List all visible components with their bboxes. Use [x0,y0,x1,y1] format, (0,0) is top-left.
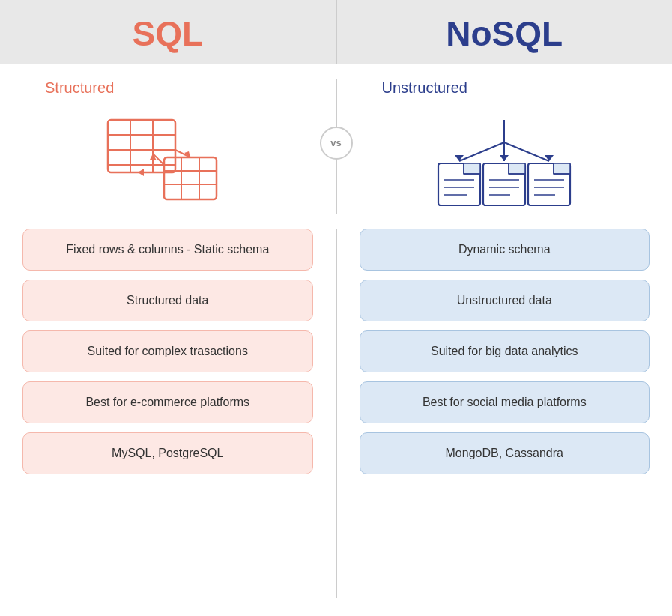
visual-left: Structured [0,79,336,214]
svg-rect-6 [164,157,217,199]
nosql-card-4: MongoDB, Cassandra [360,432,650,474]
svg-marker-22 [500,155,509,161]
sql-card-2: Suited for complex trasactions [22,330,313,372]
sql-card-3: Best for e-commerce platforms [22,381,313,423]
sql-card-4: MySQL, PostgreSQL [22,432,313,474]
sql-cards-column: Fixed rows & columns - Static schemaStru… [0,229,336,598]
sql-tables-icon [93,112,243,210]
svg-marker-32 [509,163,525,174]
nosql-card-1: Unstructured data [360,280,650,321]
vs-label: vs [320,127,353,160]
visual-right: Unstructured [337,79,673,214]
sql-icon-area [15,109,321,214]
sql-card-1: Structured data [22,280,313,321]
nosql-title: NoSQL [337,0,673,64]
nosql-card-2: Suited for big data analytics [360,330,650,372]
content-section: Fixed rows & columns - Static schemaStru… [0,221,672,616]
sql-card-0: Fixed rows & columns - Static schema [22,229,313,271]
nosql-card-0: Dynamic schema [360,229,650,271]
svg-marker-14 [138,169,144,176]
sql-type-label: Structured [15,79,114,97]
nosql-cards-column: Dynamic schemaUnstructured dataSuited fo… [337,229,673,598]
svg-line-20 [504,142,549,161]
sql-title: SQL [0,0,336,64]
nosql-icon-area [352,109,658,214]
nosql-type-label: Unstructured [352,79,468,97]
visual-section: Structured [0,64,672,221]
svg-marker-39 [554,163,570,174]
svg-marker-25 [464,163,480,174]
nosql-card-3: Best for social media platforms [360,381,650,423]
nosql-docs-icon [422,112,587,210]
svg-line-18 [459,142,504,161]
header-bar: SQL NoSQL [0,0,672,64]
